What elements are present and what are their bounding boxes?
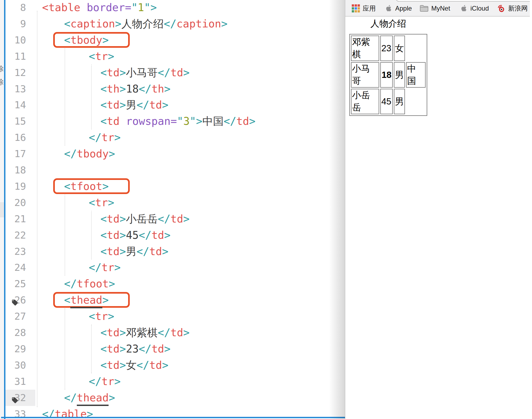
token: <	[89, 196, 95, 209]
token: 1	[138, 1, 144, 14]
code-line-25[interactable]: 25</tfoot>	[5, 276, 345, 292]
code-line-13[interactable]: 13<th>18</th>	[5, 81, 345, 97]
token-tag-name: thead	[77, 392, 109, 406]
token: </	[89, 131, 102, 144]
token: >	[119, 99, 126, 111]
token: 18	[126, 83, 139, 95]
line-number: 13	[5, 81, 26, 97]
code-line-10[interactable]: 10<tbody>	[5, 32, 345, 48]
table-cell: 45	[380, 89, 393, 114]
token: >	[183, 326, 189, 339]
code-line-19[interactable]: 19<tfoot>	[5, 178, 345, 195]
token: rowspan	[126, 115, 170, 127]
code-text: <td>男</td>	[100, 243, 168, 260]
code-line-17[interactable]: 17</tbody>	[5, 146, 345, 162]
line-number: 19	[5, 178, 26, 195]
code-line-23[interactable]: 23<td>男</td>	[5, 243, 345, 260]
bookmark-item-Apple[interactable]: Apple	[385, 0, 412, 17]
code-line-28[interactable]: 28<td>邓紫棋</td>	[5, 325, 345, 341]
token: </	[89, 375, 102, 388]
code-line-11[interactable]: 11<tr>	[5, 48, 345, 65]
bookmark-label: Apple	[395, 5, 412, 12]
code-line-15[interactable]: 15<td rowspan="3">中国</td>	[5, 113, 345, 129]
sina-icon	[497, 4, 505, 12]
token-tag-name: caption	[70, 18, 115, 30]
code-text: <td>女</td>	[100, 357, 168, 373]
token-tag-name: thead	[70, 294, 102, 308]
bookmark-item-应用[interactable]: 应用	[352, 0, 376, 17]
token: <	[64, 18, 70, 30]
code-line-27[interactable]: 27<tr>	[5, 308, 345, 325]
line-number: 29	[5, 341, 26, 357]
bookmark-label: 应用	[363, 4, 376, 13]
code-line-8[interactable]: 8<table border="1">	[5, 0, 345, 16]
token-tag-name: td	[149, 245, 162, 258]
table-cell: 男	[394, 89, 405, 114]
code-line-32[interactable]: 32</thead>	[5, 390, 345, 406]
code-line-20[interactable]: 20<tr>	[5, 195, 345, 211]
token: <	[100, 115, 107, 127]
token: </	[164, 18, 176, 30]
code-line-21[interactable]: 21<td>小岳岳</td>	[5, 211, 345, 227]
token-tag-name: tbody	[77, 148, 109, 160]
token-tag-name: tr	[95, 196, 108, 209]
bookmark-tag-icon[interactable]	[11, 297, 18, 304]
editor-blue-bottom-border	[1, 417, 347, 418]
apple-icon	[460, 5, 468, 12]
bookmark-item-MyNet[interactable]: MyNet	[420, 0, 450, 17]
token: </	[139, 343, 151, 355]
code-line-12[interactable]: 12<td>小马哥</td>	[5, 65, 345, 81]
code-line-26[interactable]: 26<thead>	[5, 292, 345, 308]
table-cell: 23	[380, 36, 393, 61]
code-line-31[interactable]: 31</tr>	[5, 373, 345, 390]
code-line-30[interactable]: 30<td>女</td>	[5, 357, 345, 373]
token: >	[109, 392, 115, 404]
token: <	[42, 1, 48, 14]
code-text: </thead>	[64, 390, 115, 406]
token-tag-name: td	[107, 213, 119, 225]
token: 男	[126, 245, 137, 258]
code-editor-pane[interactable]: 8<table border="1">9<caption>人物介绍</capti…	[5, 0, 345, 417]
code-line-16[interactable]: 16</tr>	[5, 129, 345, 146]
token	[80, 1, 87, 14]
bookmark-tag-icon[interactable]	[11, 394, 18, 401]
code-text: <td>邓紫棋</td>	[100, 325, 189, 341]
token: >	[109, 278, 115, 290]
code-text: </tr>	[89, 373, 121, 390]
line-number: 15	[5, 113, 26, 129]
token: </	[158, 213, 170, 225]
code-line-14[interactable]: 14<td>男</td>	[5, 97, 345, 113]
code-text: <td>男</td>	[100, 97, 168, 113]
table-cell: 邓紫棋	[351, 36, 379, 61]
code-line-22[interactable]: 22<td>45</td>	[5, 227, 345, 243]
token: >	[87, 408, 93, 417]
token-tag-name: td	[107, 245, 119, 258]
token-tag-name: tfoot	[77, 278, 109, 290]
token: >	[164, 229, 170, 241]
token: </	[137, 99, 149, 111]
table-caption: 人物介绍	[349, 16, 427, 34]
line-number: 20	[5, 195, 26, 211]
token: >	[115, 18, 121, 30]
code-line-33[interactable]: 33</table>	[5, 406, 345, 417]
token: >	[114, 131, 121, 144]
token: 人物介绍	[121, 18, 164, 30]
token: 男	[126, 99, 137, 111]
token-tag-name: td	[151, 229, 164, 241]
token: <	[100, 213, 107, 225]
code-line-24[interactable]: 24</tr>	[5, 259, 345, 276]
line-number: 28	[5, 325, 26, 341]
token: <	[89, 50, 95, 62]
table-cell: 小岳岳	[351, 89, 379, 114]
token: >	[102, 294, 109, 306]
token: 23	[126, 343, 139, 355]
bookmarks-bar: 应用AppleMyNetiCloud新浪网	[345, 0, 530, 17]
bookmark-item-iCloud[interactable]: iCloud	[460, 0, 489, 17]
code-line-18[interactable]: 18	[5, 162, 345, 178]
code-text: </tr>	[89, 129, 121, 146]
token: <	[100, 66, 107, 79]
code-line-9[interactable]: 9<caption>人物介绍</caption>	[5, 16, 345, 32]
code-text: <tbody>	[64, 32, 109, 48]
bookmark-item-新浪网[interactable]: 新浪网	[497, 0, 528, 17]
code-line-29[interactable]: 29<td>23</td>	[5, 341, 345, 357]
